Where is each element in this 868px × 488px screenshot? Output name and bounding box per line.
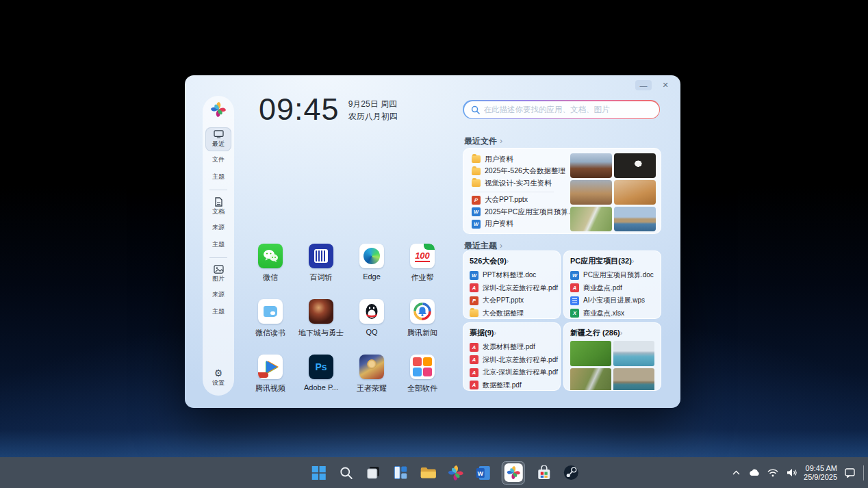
sidebar-item-pic-source[interactable]: 来源 — [212, 286, 225, 303]
monkeys-photo[interactable] — [570, 180, 612, 205]
app-label: 微信 — [263, 272, 278, 283]
desert-lake-photo[interactable] — [613, 368, 654, 391]
sidebar-item-recent[interactable]: 最近 — [205, 127, 231, 151]
sidebar-item-label: 最近 — [212, 140, 225, 149]
powerpoint-icon — [472, 196, 481, 205]
wifi-icon[interactable] — [767, 467, 779, 479]
all-apps-icon — [410, 355, 435, 379]
app-label: QQ — [366, 328, 377, 336]
sidebar-divider — [209, 190, 227, 190]
launcher-taskbar-active[interactable] — [502, 461, 525, 485]
app-all-software[interactable]: 全部软件 — [407, 355, 437, 394]
minimize-button[interactable]: — — [635, 80, 652, 90]
tray-clock[interactable]: 09:45 AM 25/9/2025 — [804, 464, 837, 482]
file-row[interactable]: 北京-深圳差旅行程单.pdf — [470, 366, 554, 379]
start-button[interactable] — [310, 464, 327, 481]
folder-icon — [472, 155, 481, 163]
pinwheel-logo-icon[interactable] — [210, 101, 227, 118]
word-app-icon[interactable]: W — [474, 464, 492, 481]
app-weread[interactable]: 微信读书 — [255, 299, 285, 338]
taskbar-search-icon[interactable] — [337, 464, 355, 481]
sidebar-item-settings[interactable]: ⚙ 设置 — [212, 368, 225, 387]
app-honor-of-kings[interactable]: 王者荣耀 — [357, 355, 387, 394]
sidebar-item-pic-topics[interactable]: 主题 — [212, 303, 225, 320]
sidebar-item-documents[interactable]: 文档 — [205, 194, 231, 219]
image-icon — [214, 265, 224, 274]
sidebar-item-label: 图片 — [212, 274, 225, 283]
excel-icon — [570, 309, 579, 318]
file-row[interactable]: AI小宝项目进展.wps — [570, 294, 654, 307]
topic-card-title[interactable]: 526大会(9)› — [470, 256, 554, 266]
pdf-icon — [470, 381, 478, 389]
app-label: 地下城与勇士 — [298, 328, 344, 338]
sidebar-divider — [209, 257, 227, 258]
sidebar-item-pictures[interactable]: 图片 — [205, 262, 231, 286]
app-dnf[interactable]: 地下城与勇士 — [298, 299, 344, 338]
topic-card-title[interactable]: 新疆之行 (286)› — [570, 328, 654, 338]
file-row[interactable]: 发票材料整理.pdf — [470, 341, 554, 354]
app-label: 王者荣耀 — [357, 383, 387, 394]
chevron-right-icon: › — [500, 136, 502, 146]
search-input[interactable] — [484, 105, 652, 114]
window-controls: — ✕ — [635, 80, 674, 90]
file-explorer-icon[interactable] — [420, 464, 437, 481]
file-row[interactable]: 深圳-北京差旅行程单.pdf — [470, 282, 554, 295]
app-label: 百词斩 — [310, 272, 333, 283]
show-desktop-handle[interactable] — [863, 465, 864, 480]
app-wechat[interactable]: 微信 — [258, 244, 283, 283]
speaker-icon[interactable] — [785, 467, 797, 479]
app-photoshop[interactable]: Adobe P... — [304, 355, 338, 394]
app-tencent-news[interactable]: 腾讯新闻 — [407, 299, 437, 338]
search-bar[interactable] — [463, 100, 660, 119]
document-icon — [214, 197, 223, 207]
steam-icon[interactable] — [563, 464, 580, 481]
file-row[interactable]: 商业盘点.xlsx — [570, 307, 654, 320]
bridge-photo[interactable] — [614, 207, 656, 231]
app-zuoyebang[interactable]: 100 作业帮 — [410, 244, 435, 283]
sidebar: 最近 文件 主题 文档 来源 主题 图片 — [203, 96, 234, 396]
file-row[interactable]: PPT材料整理.doc — [470, 269, 554, 282]
task-view-icon[interactable] — [365, 464, 382, 481]
topic-card-title[interactable]: PC应用宝项目(32)› — [570, 256, 654, 266]
grassland-photo[interactable] — [570, 341, 611, 366]
widgets-icon[interactable] — [392, 464, 409, 481]
topic-card-title[interactable]: 票据(9)› — [470, 328, 554, 338]
file-row[interactable]: 大会数据整理 — [470, 307, 554, 320]
tray-chevron-up-icon[interactable] — [730, 467, 742, 479]
file-row[interactable]: 商业盘点.pdf — [570, 282, 654, 295]
app-tencent-video[interactable]: 腾讯视频 — [255, 355, 285, 394]
app-edge[interactable]: Edge — [359, 244, 384, 283]
river-valley-photo[interactable] — [570, 368, 611, 391]
clock-lunar-date: 农历八月初四 — [348, 110, 398, 123]
pdf-icon — [570, 283, 579, 292]
file-row[interactable]: PC应用宝项目预算.doc — [570, 269, 654, 282]
file-row[interactable]: 数据整理.pdf — [470, 379, 554, 391]
topic-card-xinjiang: 新疆之行 (286)› — [563, 322, 661, 391]
topic-card-pc-appstore: PC应用宝项目(32)› PC应用宝项目预算.doc 商业盘点.pdf AI小宝… — [563, 251, 661, 319]
recent-files-title: 最近文件 — [464, 136, 497, 146]
microsoft-store-icon[interactable] — [535, 464, 552, 481]
chevron-right-icon: › — [494, 329, 496, 337]
tencent-video-icon — [258, 355, 283, 379]
panda-photo[interactable] — [614, 153, 656, 178]
zuoyebang-icon: 100 — [410, 244, 435, 268]
sidebar-item-doc-source[interactable]: 来源 — [212, 219, 225, 236]
temple-photo[interactable] — [570, 153, 612, 178]
launcher-app-icon — [504, 463, 522, 482]
notification-icon[interactable] — [843, 467, 856, 479]
file-row[interactable]: 大会PPT.pptx — [470, 294, 554, 307]
sidebar-item-topics[interactable]: 主题 — [212, 168, 225, 185]
color-pinwheel-icon[interactable] — [447, 464, 464, 481]
recent-files-header[interactable]: 最近文件› — [464, 136, 502, 147]
close-button[interactable]: ✕ — [657, 80, 674, 90]
snow-lake-photo[interactable] — [613, 341, 654, 366]
sidebar-item-doc-topics[interactable]: 主题 — [212, 236, 225, 253]
cat-photo[interactable] — [614, 180, 656, 205]
recent-photo-grid — [570, 153, 656, 231]
app-baicizhan[interactable]: 百词斩 — [309, 244, 333, 283]
onedrive-cloud-icon[interactable] — [748, 467, 761, 479]
river-photo[interactable] — [570, 207, 612, 231]
sidebar-item-files[interactable]: 文件 — [212, 151, 225, 168]
file-row[interactable]: 深圳-北京差旅行程单.pdf — [470, 354, 554, 367]
app-qq[interactable]: QQ — [359, 299, 384, 338]
